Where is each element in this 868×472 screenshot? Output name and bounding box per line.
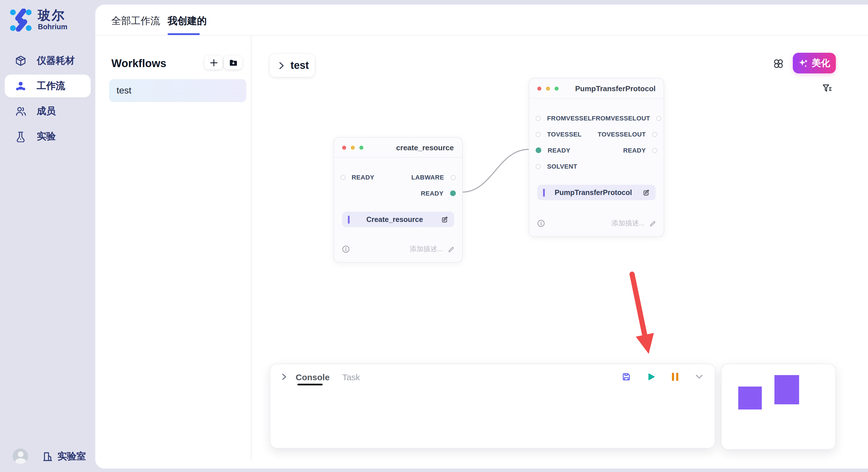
traffic-light-green: [555, 86, 559, 90]
workflow-canvas[interactable]: test 美化: [251, 36, 868, 469]
building-icon: [42, 450, 53, 462]
workflow-list-item-test[interactable]: test: [109, 79, 246, 102]
node-action-bar[interactable]: PumpTransferProtocol: [537, 185, 656, 200]
sidebar-nav: 仪器耗材 工作流 成员: [0, 48, 95, 149]
sidebar-item-instruments[interactable]: 仪器耗材: [0, 48, 95, 73]
layout-clover-icon[interactable]: [773, 59, 784, 69]
output-port-ready[interactable]: READY: [623, 147, 657, 154]
sparkles-icon: [799, 58, 808, 68]
expand-chevron-icon[interactable]: [281, 373, 288, 381]
port-label: READY: [548, 147, 570, 154]
port-row: READY LABWARE: [334, 169, 462, 185]
traffic-light-yellow: [350, 145, 354, 149]
node-pump-transfer-protocol[interactable]: PumpTransferProtocol FROMVESSEL FROMVESS…: [529, 78, 664, 237]
sidebar-item-label: 工作流: [37, 80, 65, 92]
edit-icon[interactable]: [642, 189, 650, 196]
traffic-light-red: [537, 86, 541, 90]
node-title: create_resource: [396, 143, 454, 152]
brand: 玻尔 Bohrium: [9, 9, 67, 32]
output-port-labware[interactable]: LABWARE: [411, 174, 456, 181]
input-port-tovessel[interactable]: TOVESSEL: [536, 131, 582, 138]
input-port-ready[interactable]: READY: [340, 174, 374, 181]
port-row: FROMVESSEL FROMVESSELOUT: [529, 110, 663, 126]
beautify-label: 美化: [812, 57, 830, 69]
sidebar-item-label: 仪器耗材: [37, 55, 74, 67]
port-row: TOVESSEL TOVESSELOUT: [529, 126, 663, 142]
main-card: 全部工作流 我创建的 Workflows test: [95, 5, 868, 469]
port-label: LABWARE: [411, 174, 444, 181]
port-circle[interactable]: [536, 115, 541, 121]
input-port-fromvessel[interactable]: FROMVESSEL: [536, 115, 592, 122]
lab-switcher[interactable]: 实验室: [42, 450, 86, 463]
pencil-icon[interactable]: [447, 246, 454, 252]
breadcrumb[interactable]: test: [270, 54, 315, 77]
bohrium-logo-icon: [9, 9, 32, 32]
sidebar-item-experiments[interactable]: 实验: [0, 124, 95, 149]
port-label: READY: [623, 147, 646, 154]
port-label: SOLVENT: [547, 163, 577, 170]
bohrium-workflow-app: 玻尔 Bohrium 仪器耗材 工作流: [0, 0, 868, 472]
console-tab[interactable]: Console: [296, 372, 330, 382]
run-play-icon[interactable]: [646, 372, 656, 382]
description-placeholder[interactable]: 添加描述...: [410, 244, 443, 254]
output-port-ready[interactable]: READY: [421, 190, 456, 197]
lab-label: 实验室: [57, 450, 86, 463]
minimap-node-pump-transfer: [774, 375, 799, 404]
tab-my-created[interactable]: 我创建的: [167, 14, 207, 28]
add-workflow-button[interactable]: [205, 56, 223, 69]
active-tab-underline: [167, 33, 200, 35]
sidebar-item-label: 实验: [37, 130, 56, 143]
edit-icon[interactable]: [440, 215, 448, 224]
console-header: Console Task: [270, 364, 715, 390]
brand-name-en: Bohrium: [38, 24, 67, 31]
node-action-bar[interactable]: Create_resource: [342, 212, 454, 227]
node-footer: 添加描述...: [342, 244, 454, 254]
port-circle[interactable]: [652, 148, 657, 153]
console-panel: Console Task: [270, 364, 715, 448]
info-icon[interactable]: [537, 220, 545, 227]
save-icon[interactable]: [621, 372, 631, 382]
chevron-right-icon: [278, 61, 285, 70]
description-placeholder[interactable]: 添加描述...: [611, 218, 645, 228]
port-circle-connected[interactable]: [450, 191, 456, 196]
collapse-chevron-down-icon[interactable]: [694, 372, 704, 382]
node-header: PumpTransferProtocol: [529, 78, 663, 99]
sidebar-item-workflow[interactable]: 工作流: [5, 74, 91, 98]
minimap-node-create-resource: [738, 386, 762, 409]
port-circle[interactable]: [340, 175, 345, 180]
user-avatar[interactable]: [12, 448, 28, 464]
port-circle[interactable]: [656, 115, 662, 121]
port-circle[interactable]: [536, 132, 541, 137]
tab-all-workflows[interactable]: 全部工作流: [112, 14, 160, 28]
brand-name-zh: 玻尔: [38, 9, 67, 22]
port-label: FROMVESSEL: [547, 115, 592, 122]
output-port-tovesselout[interactable]: TOVESSELOUT: [598, 131, 657, 138]
experiment-icon: [15, 131, 26, 142]
input-port-solvent[interactable]: SOLVENT: [536, 163, 577, 170]
input-port-ready[interactable]: READY: [536, 147, 570, 154]
output-port-fromvesselout[interactable]: FROMVESSELOUT: [592, 115, 662, 122]
team-icon: [15, 80, 26, 92]
port-label: FROMVESSELOUT: [592, 115, 650, 122]
pencil-icon[interactable]: [649, 220, 656, 227]
port-circle[interactable]: [451, 175, 456, 180]
plus-icon: [209, 58, 218, 67]
members-icon: [15, 105, 26, 117]
pause-icon[interactable]: [671, 372, 680, 382]
task-tab[interactable]: Task: [342, 372, 360, 382]
node-create-resource[interactable]: create_resource READY LABWARE: [333, 137, 462, 263]
folder-download-icon: [228, 58, 238, 67]
filter-icon[interactable]: [822, 83, 832, 94]
port-circle[interactable]: [536, 164, 541, 169]
minimap[interactable]: [721, 364, 836, 450]
port-circle[interactable]: [652, 132, 657, 137]
breadcrumb-label: test: [290, 59, 309, 71]
beautify-button[interactable]: 美化: [793, 53, 836, 73]
node-title: PumpTransferProtocol: [575, 84, 656, 93]
port-row: READY: [334, 185, 462, 201]
info-icon[interactable]: [342, 245, 349, 253]
sidebar-item-members[interactable]: 成员: [0, 99, 95, 124]
port-circle-connected[interactable]: [536, 147, 541, 153]
node-footer: 添加描述...: [537, 218, 656, 228]
import-folder-button[interactable]: [224, 56, 242, 69]
